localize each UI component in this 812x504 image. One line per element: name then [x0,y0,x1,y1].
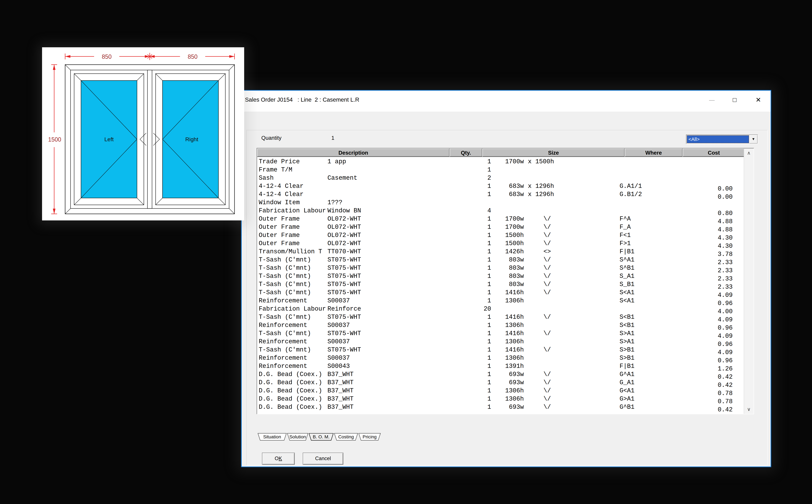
left-sash-label: Left [104,136,114,142]
close-button[interactable]: ✕ [751,91,766,110]
cell-where: S^B1 [620,264,634,272]
minimize-button[interactable]: — [704,91,719,110]
cell-where: G.A1/1 [620,182,642,190]
table-row[interactable]: T-Sash (C'mnt)ST075-WHT1803w\/S_B12.33 [257,280,744,288]
cell-mitre-symbol: \/ [543,329,551,338]
table-row[interactable]: T-Sash (C'mnt)ST075-WHT1803w\/S^B12.33 [257,264,744,272]
cancel-button[interactable]: Cancel [303,453,343,465]
cell-mitre-symbol: \/ [543,264,551,272]
cell-description: T-Sash (C'mnt) [259,264,311,272]
table-row[interactable]: Fabrication LabourReinforce204.00 [257,305,744,313]
tab-costing[interactable]: Costing [334,433,358,441]
table-row[interactable]: D.G. Bead (Coex.)B37_WHT1693w\/G_A10.42 [257,378,744,387]
cell-qty: 20 [458,305,491,313]
cell-description: D.G. Bead (Coex.) [259,378,322,387]
cell-size-dim: 1306h [491,297,524,305]
column-header-cost[interactable]: Cost [683,148,745,157]
table-row[interactable]: T-Sash (C'mnt)ST075-WHT1803w\/S_A12.33 [257,272,744,280]
scroll-down-icon[interactable]: ∨ [744,405,754,414]
table-row[interactable]: D.G. Bead (Coex.)B37_WHT11306h\/G>A10.78 [257,395,744,403]
cell-description: T-Sash (C'mnt) [259,329,311,338]
cell-mitre-symbol: \/ [543,403,551,411]
cell-size-dim: 693w [491,370,524,378]
table-row[interactable]: T-Sash (C'mnt)ST075-WHT1803w\/S^A12.33 [257,256,744,264]
cell-where: G^A1 [620,370,634,378]
column-header-description[interactable]: Description [257,148,450,157]
cell-where: S^A1 [620,256,634,264]
cell-part-code: Window BN [327,207,361,215]
chevron-down-icon[interactable]: ▼ [749,135,758,144]
cell-part-code: Reinforce [327,305,361,313]
cell-qty: 1 [458,166,491,174]
table-row[interactable]: Outer FrameOL072-WHT11700w\/F_A4.88 [257,223,744,231]
table-header-row: DescriptionQty.SizeWhereCost [257,148,745,158]
table-row[interactable]: Trade Price1 app11700w x 1500h [257,158,744,166]
table-row[interactable]: ReinforcementS0003711306hS>B10.96 [257,354,744,362]
tab-pricing[interactable]: Pricing [359,433,381,441]
table-row[interactable]: D.G. Bead (Coex.)B37_WHT1693w\/G^A10.42 [257,370,744,378]
table-rows: Trade Price1 app11700w x 1500hFrame T/M1… [257,158,744,414]
cell-part-code: OL072-WHT [327,239,361,248]
table-row[interactable]: T-Sash (C'mnt)ST075-WHT11416h\/S>A14.09 [257,329,744,338]
cell-qty: 1 [458,387,491,395]
cell-size-dim: 1416h [491,288,524,297]
cell-size-dim: 1700w [491,215,524,223]
cell-size-suffix: x 1296h [524,182,554,190]
table-row[interactable]: D.G. Bead (Coex.)B37_WHT1693w\/G^B10.42 [257,403,744,411]
table-row[interactable]: T-Sash (C'mnt)ST075-WHT11416h\/S<B14.09 [257,313,744,321]
cell-where: S<B1 [620,321,634,329]
dialog-title: Sales Order J0154 : Line 2 : Casement L.… [245,91,359,109]
cell-qty: 1 [458,248,491,256]
ok-button[interactable]: OK [262,453,295,465]
cell-where: F_A [620,223,631,231]
cell-part-code: ST075-WHT [327,288,361,297]
table-row[interactable]: 4-12-4 Clear1683w x 1296hG.B1/20.00 [257,190,744,198]
cell-part-code: OL072-WHT [327,231,361,239]
table-row[interactable]: Outer FrameOL072-WHT11500h\/F<14.30 [257,231,744,239]
table-row[interactable]: Transom/Mullion TTT070-WHT11426h<>F|B13.… [257,248,744,256]
table-row[interactable]: T-Sash (C'mnt)ST075-WHT11416h\/S>B14.09 [257,346,744,354]
table-row[interactable]: ReinforcementS0003711306hS>A10.96 [257,338,744,346]
table-row[interactable]: Fabrication LabourWindow BN40.80 [257,207,744,215]
tab-label: Pricing [363,434,377,439]
column-header-qty[interactable]: Qty. [450,148,482,157]
cell-size-dim: 1416h [491,313,524,321]
window-design-panel: 850 850 1500 [42,47,244,220]
filter-combobox[interactable]: <All> ▼ [686,135,758,144]
scroll-up-icon[interactable]: ∧ [744,148,754,158]
table-row[interactable]: ReinforcementS0003711306hS<A10.96 [257,297,744,305]
table-row[interactable]: ReinforcementS0003711306hS<B10.96 [257,321,744,329]
right-sash-label: Right [185,136,198,142]
cell-qty: 1 [458,264,491,272]
table-row[interactable]: Frame T/M1 [257,166,744,174]
maximize-button[interactable]: □ [727,91,742,110]
cell-where: F^A [620,215,631,223]
vertical-scrollbar[interactable]: ∧ ∨ [744,148,754,414]
cell-qty: 1 [458,338,491,346]
table-row[interactable]: ReinforcementS0004311391hF|B11.26 [257,362,744,370]
table-row[interactable]: Outer FrameOL072-WHT11500h\/F>14.30 [257,239,744,248]
column-header-size[interactable]: Size [482,148,625,157]
cell-description: Outer Frame [259,223,300,231]
table-row[interactable]: Window Item1??? [257,198,744,207]
cell-description: Fabrication Labour [259,207,326,215]
table-row[interactable]: SashCasement2 [257,174,744,182]
table-row[interactable]: D.G. Bead (Coex.)B37_WHT11306h\/G<A10.78 [257,387,744,395]
tab-solution[interactable]: Solution [287,433,308,441]
table-row[interactable]: Outer FrameOL072-WHT11700w\/F^A4.88 [257,215,744,223]
cell-part-code: ST075-WHT [327,272,361,280]
column-header-where[interactable]: Where [625,148,683,157]
cell-description: T-Sash (C'mnt) [259,288,311,297]
cell-mitre-symbol: \/ [543,288,551,297]
table-row[interactable]: 4-12-4 Clear1683w x 1296hG.A1/10.00 [257,182,744,190]
sales-order-dialog: Sales Order J0154 : Line 2 : Casement L.… [241,90,771,467]
tab-situation[interactable]: Situation [258,433,287,441]
cell-qty: 1 [458,321,491,329]
cell-qty: 1 [458,272,491,280]
cell-size-dim: 1306h [491,387,524,395]
table-row[interactable]: T-Sash (C'mnt)ST075-WHT11416h\/S<A14.09 [257,288,744,297]
titlebar[interactable]: Sales Order J0154 : Line 2 : Casement L.… [242,91,771,112]
cell-size-dim: 1416h [491,329,524,338]
tab-bom[interactable]: B. O. M. [309,433,334,441]
filter-selected-value[interactable]: <All> [687,135,749,143]
